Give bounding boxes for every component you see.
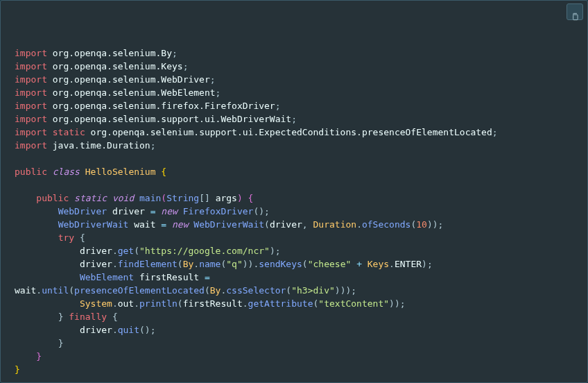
import-path: org.openqa.selenium.WebElement [53,87,216,98]
kw-import: import [15,127,47,137]
method: quit [118,325,139,335]
kw-static: static [53,127,85,137]
method: get [118,246,134,256]
method: findElement [118,259,178,269]
class-ref: By [210,285,221,296]
method: name [199,259,220,269]
kw-new: new [161,206,177,216]
var: firstResult [183,298,243,309]
arg: args [216,193,237,203]
arg: driver [270,219,302,230]
import-path: org.openqa.selenium.By [53,48,172,58]
kw-new: new [172,219,188,230]
method: println [139,298,178,309]
type: String [166,193,199,203]
class-ref: Keys [368,259,389,269]
method: getAttribute [248,298,313,309]
kw-import: import [15,101,47,111]
kw-import: import [15,74,47,85]
copy-button[interactable] [567,3,583,20]
kw-import: import [15,87,47,98]
str: "h3>div" [291,285,335,296]
kw-import: import [15,48,47,58]
method: sendKeys [259,259,302,269]
kw-class: class [53,167,80,177]
obj: driver [80,259,112,269]
import-path: org.openqa.selenium.WebDriver [53,74,210,85]
var: driver [112,206,145,216]
type: WebDriver [58,206,107,216]
import-path: org.openqa.selenium.firefox.FirefoxDrive… [53,101,275,111]
str: "q" [226,259,242,269]
method: presenceOfElementLocated [74,285,205,296]
svg-rect-0 [573,15,578,20]
str: "cheese" [308,259,352,269]
str: "textContent" [318,298,389,309]
type: WebElement [80,272,134,282]
obj: driver [80,246,112,256]
method: until [42,285,69,296]
import-path: java.time.Duration [53,140,150,151]
method-main: main [139,193,161,203]
str: "https://google.com/ncr" [139,246,270,256]
class-ref: Duration [313,219,357,230]
class-ref: By [183,259,194,269]
obj: wait [15,285,36,296]
code-content: import org.openqa.selenium.By; import or… [15,46,573,376]
code-block: import org.openqa.selenium.By; import or… [0,0,588,383]
obj: driver [80,325,112,335]
field: out [118,298,134,309]
import-path: org.openqa.selenium.Keys [53,61,183,71]
import-path: org.openqa.selenium.support.ui.WebDriver… [53,114,291,124]
method: ofSeconds [362,219,410,230]
clipboard-icon [570,0,580,25]
var: firstResult [139,272,199,282]
num: 10 [416,219,427,230]
kw-public: public [15,167,47,177]
kw-static: static [74,193,107,203]
kw-import: import [15,114,47,124]
kw-import: import [15,140,47,151]
class-ref: System [80,298,112,309]
var: wait [134,219,155,230]
class-name: HelloSelenium [85,167,156,177]
kw-public: public [36,193,69,203]
kw-void: void [112,193,134,203]
const: ENTER [395,259,422,269]
ctor: FirefoxDriver [183,206,254,216]
kw-finally: finally [69,312,107,322]
kw-try: try [58,232,74,243]
ctor: WebDriverWait [193,219,264,230]
type: WebDriverWait [58,219,129,230]
method: cssSelector [226,285,286,296]
import-path: org.openqa.selenium.support.ui.ExpectedC… [91,127,492,137]
kw-import: import [15,61,47,71]
